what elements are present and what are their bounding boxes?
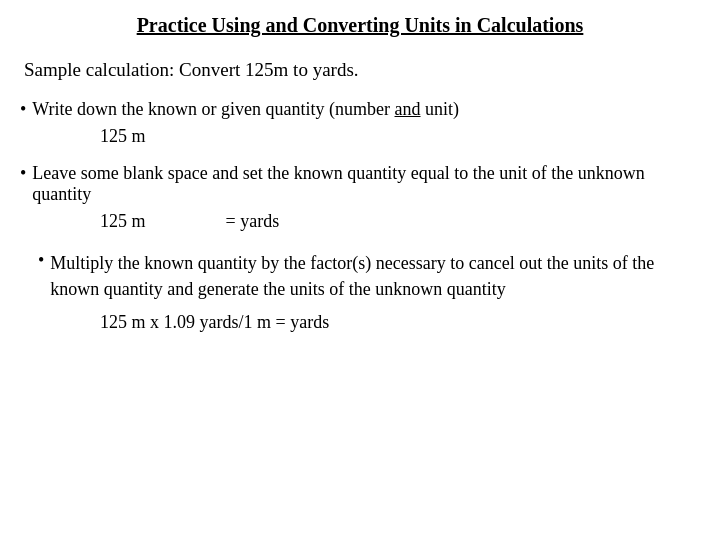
bullet1-dot: • — [20, 99, 26, 120]
bullet2-dot: • — [20, 163, 26, 184]
equation-equals: = yards — [226, 211, 280, 232]
bullet1-section: • Write down the known or given quantity… — [20, 99, 700, 147]
equation-indent: 125 m = yards — [100, 211, 700, 232]
equation-left: 125 m — [100, 211, 146, 232]
bullet3-text: Multiply the known quantity by the facto… — [50, 250, 700, 302]
page-title: Practice Using and Converting Units in C… — [20, 14, 700, 37]
bullet2-section: • Leave some blank space and set the kno… — [20, 163, 700, 232]
sample-line: Sample calculation: Convert 125m to yard… — [24, 59, 700, 81]
value1-indent: 125 m — [100, 126, 700, 147]
bullet3-section: • Multiply the known quantity by the fac… — [20, 250, 700, 333]
bullet1-text: Write down the known or given quantity (… — [32, 99, 459, 120]
final-equation: 125 m x 1.09 yards/1 m = yards — [100, 312, 700, 333]
bullet3-dot: • — [38, 250, 44, 271]
bullet2-text: Leave some blank space and set the known… — [32, 163, 700, 205]
